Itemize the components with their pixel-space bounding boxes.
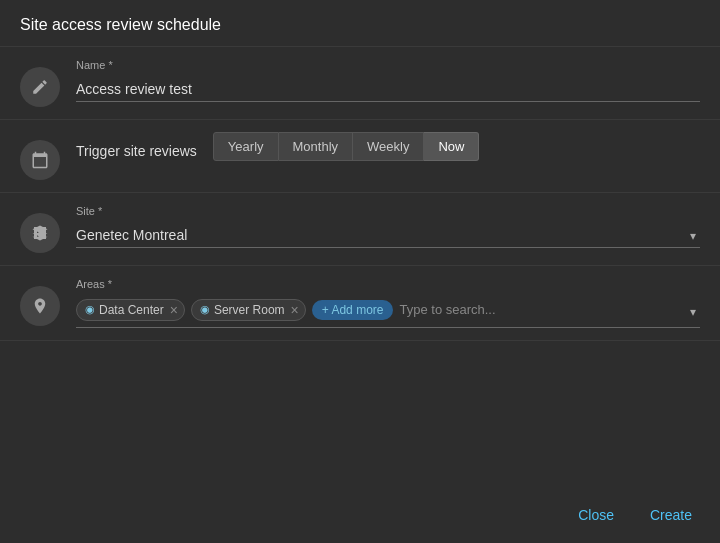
tag-server-room-remove[interactable]: ×: [291, 303, 299, 317]
name-field-content: Name *: [76, 59, 700, 102]
location-icon: [31, 297, 49, 315]
trigger-btn-yearly[interactable]: Yearly: [213, 132, 279, 161]
trigger-btn-now[interactable]: Now: [424, 132, 479, 161]
areas-field-content: Areas * ◉ Data Center × ◉ Server Room ×: [76, 278, 700, 328]
name-input[interactable]: [76, 77, 700, 102]
trigger-label: Trigger site reviews: [76, 143, 197, 159]
trigger-row: Trigger site reviews Yearly Monthly Week…: [0, 120, 720, 193]
areas-row: Areas * ◉ Data Center × ◉ Server Room ×: [0, 266, 720, 341]
building-icon-container: [20, 213, 60, 253]
tag-server-room: ◉ Server Room ×: [191, 299, 306, 321]
trigger-buttons: Yearly Monthly Weekly Now: [213, 132, 480, 161]
create-button[interactable]: Create: [642, 503, 700, 527]
dialog-footer: Close Create: [550, 487, 720, 543]
add-more-button[interactable]: + Add more: [312, 300, 394, 320]
areas-input-row: ◉ Data Center × ◉ Server Room × + Add mo…: [76, 296, 700, 328]
pencil-icon: [31, 78, 49, 96]
tag-data-center-icon: ◉: [85, 303, 95, 316]
close-button[interactable]: Close: [570, 503, 622, 527]
calendar-icon-container: [20, 140, 60, 180]
tag-data-center-remove[interactable]: ×: [170, 303, 178, 317]
trigger-row-inner: Trigger site reviews Yearly Monthly Week…: [76, 132, 700, 161]
location-icon-container: [20, 286, 60, 326]
areas-search-placeholder: Type to search...: [399, 302, 495, 317]
trigger-field-content: Trigger site reviews Yearly Monthly Week…: [76, 132, 700, 161]
areas-label: Areas *: [76, 278, 700, 290]
pencil-icon-container: [20, 67, 60, 107]
site-access-review-dialog: Site access review schedule Name *: [0, 0, 720, 543]
trigger-btn-weekly[interactable]: Weekly: [353, 132, 424, 161]
site-label: Site *: [76, 205, 700, 217]
dialog-title: Site access review schedule: [0, 0, 720, 47]
areas-select-wrapper: ◉ Data Center × ◉ Server Room × + Add mo…: [76, 296, 700, 328]
trigger-btn-monthly[interactable]: Monthly: [279, 132, 354, 161]
name-label: Name *: [76, 59, 700, 71]
tag-data-center-label: Data Center: [99, 303, 164, 317]
site-row: Site * ▾: [0, 193, 720, 266]
calendar-icon: [31, 151, 49, 169]
site-select-wrapper: ▾: [76, 223, 700, 248]
site-field-content: Site * ▾: [76, 205, 700, 248]
tag-data-center: ◉ Data Center ×: [76, 299, 185, 321]
name-row: Name *: [0, 47, 720, 120]
dialog-body: Name * Trigger site reviews Yearly Month…: [0, 47, 720, 341]
building-icon: [31, 224, 49, 242]
tag-server-room-icon: ◉: [200, 303, 210, 316]
site-select[interactable]: [76, 223, 700, 248]
tag-server-room-label: Server Room: [214, 303, 285, 317]
